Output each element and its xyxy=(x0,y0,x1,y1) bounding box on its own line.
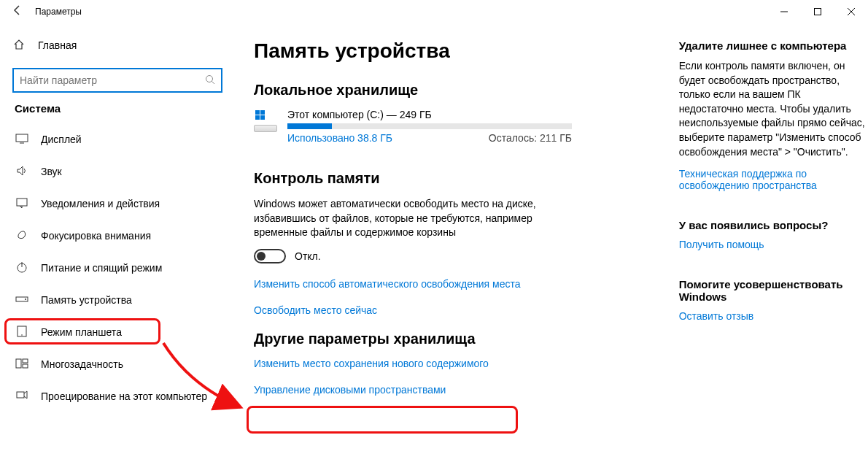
feedback-heading: Помогите усовершенствовать Windows xyxy=(679,278,868,303)
home-icon xyxy=(12,39,26,53)
search-icon xyxy=(205,74,215,87)
window-controls xyxy=(767,0,868,23)
display-icon xyxy=(15,132,29,147)
nav-label: Питание и спящий режим xyxy=(41,262,162,274)
svg-rect-16 xyxy=(23,359,28,363)
storage-sense-desc: Windows может автоматически освободить м… xyxy=(254,197,567,240)
questions-heading: У вас появились вопросы? xyxy=(679,219,868,231)
svg-point-12 xyxy=(25,299,26,300)
search-input[interactable] xyxy=(13,69,222,92)
sidebar-item-storage[interactable]: Память устройства xyxy=(12,284,233,316)
home-label: Главная xyxy=(38,39,77,51)
nav-label: Память устройства xyxy=(41,294,132,306)
focus-icon xyxy=(15,228,29,244)
multitask-icon xyxy=(15,357,29,372)
svg-rect-1 xyxy=(815,9,821,15)
window-title: Параметры xyxy=(35,7,82,17)
back-button[interactable] xyxy=(6,4,29,19)
svg-rect-8 xyxy=(17,199,27,206)
svg-rect-17 xyxy=(23,364,28,368)
sound-icon xyxy=(15,164,29,180)
link-get-help[interactable]: Получить помощь xyxy=(679,239,868,250)
notifications-icon xyxy=(15,196,29,212)
drive-name: Этот компьютер (C:) — 249 ГБ xyxy=(287,109,662,120)
page-title: Память устройства xyxy=(254,39,662,63)
drive-row[interactable]: Этот компьютер (C:) — 249 ГБ Использован… xyxy=(254,109,662,144)
svg-rect-18 xyxy=(17,392,24,398)
home-link[interactable]: Главная xyxy=(12,31,233,60)
nav-label: Дисплей xyxy=(41,134,82,145)
titlebar: Параметры xyxy=(0,0,868,23)
sidebar: Главная Система Дисплей Звук Уведомления… xyxy=(0,23,233,462)
other-storage-heading: Другие параметры хранилища xyxy=(254,331,662,347)
free-label: Осталось: 211 ГБ xyxy=(489,132,572,144)
project-icon xyxy=(15,389,29,404)
link-change-save-location[interactable]: Изменить место сохранения нового содержи… xyxy=(254,358,662,369)
maximize-button[interactable] xyxy=(801,0,834,23)
svg-line-5 xyxy=(212,81,215,84)
link-feedback[interactable]: Оставить отзыв xyxy=(679,310,868,322)
nav-label: Проецирование на этот компьютер xyxy=(41,390,207,402)
used-label: Использовано 38.8 ГБ xyxy=(287,132,392,144)
minimize-button[interactable] xyxy=(767,0,801,23)
local-storage-heading: Локальное хранилище xyxy=(254,82,662,99)
sidebar-item-tablet[interactable]: Режим планшета xyxy=(12,316,233,348)
sidebar-item-sound[interactable]: Звук xyxy=(12,155,233,188)
nav-label: Режим планшета xyxy=(41,326,122,338)
search-field[interactable] xyxy=(20,74,205,86)
sidebar-item-project[interactable]: Проецирование на этот компьютер xyxy=(12,380,233,412)
svg-rect-6 xyxy=(16,134,28,142)
nav-label: Уведомления и действия xyxy=(41,198,160,209)
power-icon xyxy=(15,261,29,276)
tablet-icon xyxy=(15,325,29,340)
svg-point-4 xyxy=(206,75,213,82)
sidebar-item-display[interactable]: Дисплей xyxy=(12,123,233,155)
group-title: Система xyxy=(15,102,233,115)
sidebar-item-notifications[interactable]: Уведомления и действия xyxy=(12,188,233,220)
nav-label: Фокусировка внимания xyxy=(41,230,151,242)
sidebar-item-focus[interactable]: Фокусировка внимания xyxy=(12,220,233,252)
nav-label: Звук xyxy=(41,166,62,177)
link-tech-support[interactable]: Техническая поддержка по освобождению пр… xyxy=(679,168,868,191)
svg-point-14 xyxy=(21,334,23,336)
link-change-auto-free[interactable]: Изменить способ автоматического освобожд… xyxy=(254,278,662,290)
storage-sense-toggle[interactable] xyxy=(254,249,286,263)
storage-sense-heading: Контроль памяти xyxy=(254,170,662,187)
storage-icon xyxy=(15,293,29,308)
tip-heading: Удалите лишнее с компьютера xyxy=(679,39,868,52)
svg-rect-15 xyxy=(16,359,21,368)
nav-label: Многозадачность xyxy=(41,358,123,370)
link-free-now[interactable]: Освободить место сейчас xyxy=(254,304,662,316)
tip-desc: Если контроль памяти включен, он будет о… xyxy=(679,59,868,159)
link-manage-storage-spaces[interactable]: Управление дисковыми пространствами xyxy=(254,384,662,396)
sidebar-item-power[interactable]: Питание и спящий режим xyxy=(12,252,233,284)
right-column: Удалите лишнее с компьютера Если контрол… xyxy=(679,39,868,462)
drive-icon xyxy=(254,109,277,132)
close-button[interactable] xyxy=(834,0,868,23)
toggle-label: Откл. xyxy=(295,250,321,262)
sidebar-item-multitask[interactable]: Многозадачность xyxy=(12,348,233,380)
main-content: Память устройства Локальное хранилище Эт… xyxy=(233,23,868,462)
usage-bar xyxy=(287,123,572,129)
